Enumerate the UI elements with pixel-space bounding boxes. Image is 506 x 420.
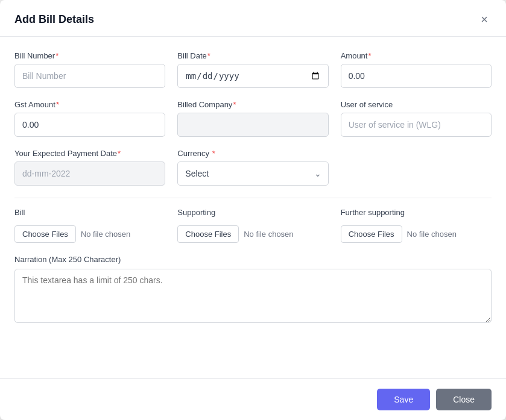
gst-amount-group: Gst Amount* (14, 100, 165, 137)
expected-payment-date-group: Your Expected Payment Date* (14, 149, 165, 186)
bill-file-control: Choose Files No file chosen (14, 225, 165, 243)
modal-footer: Save Close (0, 378, 506, 420)
amount-label: Amount* (341, 51, 492, 60)
form-row-3: Your Expected Payment Date* Currency * S… (14, 149, 492, 186)
user-of-service-input[interactable] (341, 113, 492, 137)
amount-required: * (368, 51, 371, 60)
bill-date-group: Bill Date* (177, 51, 328, 88)
save-button[interactable]: Save (377, 389, 430, 410)
modal-body: Bill Number* Bill Date* Amount* (0, 37, 506, 378)
bill-no-file-text: No file chosen (81, 230, 130, 239)
modal-close-icon-button[interactable]: × (477, 12, 492, 27)
bill-number-group: Bill Number* (14, 51, 165, 88)
user-of-service-group: User of service (341, 100, 492, 137)
bill-section-label: Bill (14, 208, 165, 217)
supporting-file-control: Choose Files No file chosen (177, 225, 328, 243)
currency-select-wrapper: Select USD EUR INR GBP ⌄ (177, 161, 328, 186)
currency-group: Currency * Select USD EUR INR GBP ⌄ (177, 149, 328, 186)
expected-payment-date-label: Your Expected Payment Date* (14, 149, 165, 158)
bill-file-group: Bill Choose Files No file chosen (14, 208, 165, 243)
further-supporting-no-file-text: No file chosen (407, 230, 457, 239)
bill-number-label: Bill Number* (14, 51, 165, 60)
further-supporting-choose-files-button[interactable]: Choose Files (341, 225, 402, 243)
modal-title: Add Bill Details (14, 13, 94, 26)
form-row-1: Bill Number* Bill Date* Amount* (14, 51, 492, 88)
bill-date-input[interactable] (177, 64, 328, 88)
expected-payment-date-required: * (118, 149, 121, 158)
bill-choose-files-button[interactable]: Choose Files (14, 225, 76, 243)
further-supporting-file-control: Choose Files No file chosen (341, 225, 492, 243)
supporting-section-label: Supporting (177, 208, 328, 217)
modal-header: Add Bill Details × (0, 0, 506, 37)
currency-label: Currency * (177, 149, 328, 158)
billed-company-required: * (233, 100, 236, 109)
add-bill-details-modal: Add Bill Details × Bill Number* Bill Dat… (0, 0, 506, 420)
bill-date-label: Bill Date* (177, 51, 328, 60)
supporting-no-file-text: No file chosen (244, 230, 293, 239)
amount-input[interactable] (341, 64, 492, 88)
currency-spacer (341, 149, 492, 186)
amount-group: Amount* (341, 51, 492, 88)
bill-date-required: * (207, 51, 210, 60)
file-upload-row: Bill Choose Files No file chosen Support… (14, 208, 492, 243)
billed-company-group: Billed Company* (177, 100, 328, 137)
currency-select[interactable]: Select USD EUR INR GBP (177, 161, 328, 186)
supporting-choose-files-button[interactable]: Choose Files (177, 225, 239, 243)
currency-required: * (210, 149, 215, 158)
bill-number-required: * (55, 51, 59, 60)
billed-company-label: Billed Company* (177, 100, 328, 109)
form-row-2: Gst Amount* Billed Company* User of serv… (14, 100, 492, 137)
narration-textarea[interactable] (14, 269, 492, 323)
user-of-service-label: User of service (341, 100, 492, 109)
narration-label: Narration (Max 250 Character) (14, 255, 492, 264)
gst-amount-input[interactable] (14, 113, 165, 137)
expected-payment-date-input[interactable] (14, 161, 165, 186)
billed-company-input[interactable] (177, 113, 328, 137)
divider (14, 198, 492, 198)
supporting-file-group: Supporting Choose Files No file chosen (177, 208, 328, 243)
close-button[interactable]: Close (436, 389, 492, 410)
gst-amount-label: Gst Amount* (14, 100, 165, 109)
narration-group: Narration (Max 250 Character) (14, 255, 492, 323)
gst-amount-required: * (56, 100, 59, 109)
further-supporting-file-group: Further supporting Choose Files No file … (341, 208, 492, 243)
bill-number-input[interactable] (14, 64, 165, 88)
further-supporting-section-label: Further supporting (341, 208, 492, 217)
